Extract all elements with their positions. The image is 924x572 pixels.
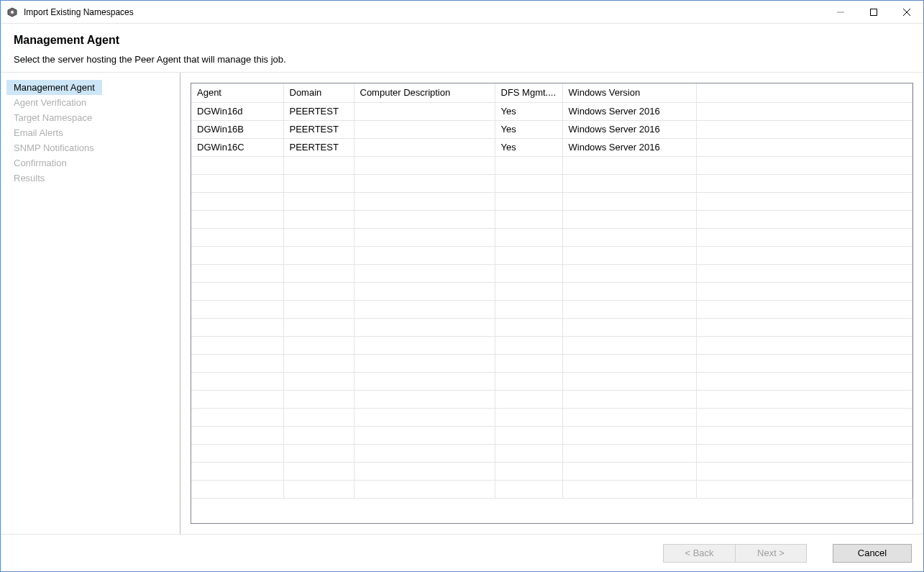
page-title: Management Agent [14,34,910,47]
body: Management AgentAgent VerificationTarget… [1,73,923,534]
cell-agent: DGWin16C [191,138,283,156]
cancel-button[interactable]: Cancel [833,544,912,563]
cell-dfs: Yes [495,138,562,156]
wizard-step-5[interactable]: Confirmation [6,155,174,171]
dialog-window: Import Existing Namespaces Management Ag… [0,0,924,572]
cell-desc [354,120,495,138]
agents-table[interactable]: AgentDomainComputer DescriptionDFS Mgmt.… [191,83,913,524]
table-row-empty [191,210,912,228]
table-row[interactable]: DGWin16BPEERTESTYesWindows Server 2016 [191,120,912,138]
wizard-step-3[interactable]: Email Alerts [6,125,174,140]
table-row-empty [191,462,912,480]
table-row-empty [191,444,912,462]
cell-winver: Windows Server 2016 [562,120,696,138]
wizard-step-0[interactable]: Management Agent [6,80,102,95]
window-controls [824,1,923,23]
cell-desc [354,138,495,156]
cell-dfs: Yes [495,102,562,120]
cell-domain: PEERTEST [283,138,354,156]
table-row-empty [191,480,912,498]
column-header-2[interactable]: Computer Description [354,83,495,102]
wizard-step-2[interactable]: Target Namespace [6,110,174,125]
nav-button-group: < Back Next > [663,544,807,563]
table-row-empty [191,354,912,372]
back-button[interactable]: < Back [663,544,735,563]
app-icon [6,6,18,18]
close-button[interactable] [890,1,923,23]
minimize-button[interactable] [824,1,857,23]
table-row-empty [191,372,912,390]
cell-desc [354,102,495,120]
table-row-empty [191,336,912,354]
column-header-4[interactable]: Windows Version [562,83,696,102]
main-content: AgentDomainComputer DescriptionDFS Mgmt.… [180,73,923,534]
cell-domain: PEERTEST [283,102,354,120]
footer: < Back Next > Cancel [1,534,923,571]
cell-agent: DGWin16B [191,120,283,138]
table-row-empty [191,228,912,246]
table-row-empty [191,300,912,318]
cell-extra [696,102,912,120]
wizard-step-1[interactable]: Agent Verification [6,95,174,110]
page-subtitle: Select the server hosting the Peer Agent… [14,54,910,65]
table-row-empty [191,282,912,300]
wizard-step-4[interactable]: SNMP Notifications [6,140,174,155]
cell-domain: PEERTEST [283,120,354,138]
cell-extra [696,120,912,138]
header: Management Agent Select the server hosti… [1,24,923,73]
column-header-0[interactable]: Agent [191,83,283,102]
table-row-empty [191,264,912,282]
wizard-steps: Management AgentAgent VerificationTarget… [1,73,180,534]
cell-agent: DGWin16d [191,102,283,120]
svg-rect-3 [871,9,877,15]
table-row-empty [191,318,912,336]
cell-winver: Windows Server 2016 [562,138,696,156]
table-row-empty [191,390,912,408]
table-row-empty [191,156,912,174]
column-header-1[interactable]: Domain [283,83,354,102]
table-row-empty [191,174,912,192]
next-button[interactable]: Next > [735,544,807,563]
table-row[interactable]: DGWin16CPEERTESTYesWindows Server 2016 [191,138,912,156]
cell-dfs: Yes [495,120,562,138]
titlebar: Import Existing Namespaces [1,1,923,24]
wizard-step-6[interactable]: Results [6,171,174,186]
table-row-empty [191,426,912,444]
maximize-button[interactable] [857,1,890,23]
table-row-empty [191,246,912,264]
column-header-5[interactable] [696,83,912,102]
column-header-3[interactable]: DFS Mgmt.... [495,83,562,102]
table-row-empty [191,192,912,210]
cell-extra [696,138,912,156]
table-row-empty [191,408,912,426]
cell-winver: Windows Server 2016 [562,102,696,120]
table-row[interactable]: DGWin16dPEERTESTYesWindows Server 2016 [191,102,912,120]
svg-point-1 [11,11,14,14]
window-title: Import Existing Namespaces [24,7,134,17]
